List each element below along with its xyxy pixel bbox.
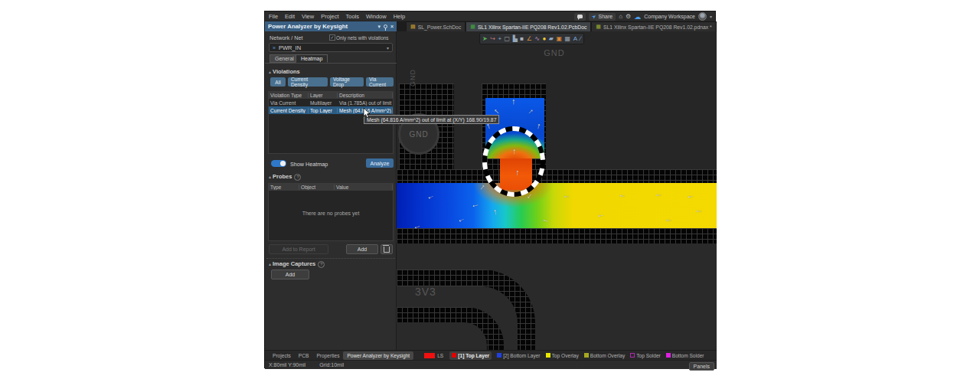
top-solder-color-icon	[630, 353, 635, 358]
menu-tools[interactable]: Tools	[346, 13, 360, 20]
current-arrows-layer: ↑↑↑↑↑↑↑↑↑↑↑↑↑↑↑↑↑↑↑↑↑↑	[397, 31, 717, 350]
image-capture-add-button[interactable]: Add	[271, 270, 309, 279]
bottom-solder-color-icon	[666, 353, 671, 358]
bottom-tab-projects[interactable]: Projects	[269, 353, 295, 358]
panel-close-icon[interactable]: ×	[390, 24, 394, 29]
only-nets-label: Only nets with violations	[336, 35, 389, 41]
current-flow-arrow: ↑	[512, 147, 517, 155]
panel-title: Power Analyzer by Keysight	[268, 23, 348, 30]
doc-tab-schdoc[interactable]: ▤ SL_Power.SchDoc	[406, 21, 466, 31]
current-flow-arrow: ↑	[426, 194, 434, 201]
menu-view[interactable]: View	[302, 13, 314, 20]
menu-bar: File Edit View Project Tools Window Help…	[265, 11, 715, 21]
bottom-tab-pcb[interactable]: PCB	[295, 353, 313, 358]
grid-setting: Grid:10mil	[319, 362, 344, 368]
layer-chip-bottom-overlay[interactable]: Bottom Overlay	[584, 353, 625, 358]
net-selector-dropdown[interactable]: » PWR_IN ▾	[269, 43, 393, 52]
workspace-cloud-icon: ☁	[634, 13, 641, 21]
dropdown-caret-icon: ▾	[387, 45, 389, 51]
bottom-tab-properties[interactable]: Properties	[312, 353, 343, 358]
probes-table-header: Type Object Value	[269, 184, 393, 191]
layer-chip-bottom-layer[interactable]: [2] Bottom Layer	[497, 353, 540, 358]
bottom-overlay-color-icon	[584, 353, 589, 358]
filter-all-button[interactable]: All	[270, 77, 286, 87]
current-flow-arrow: ↑	[479, 182, 487, 191]
probe-add-button[interactable]: Add	[346, 244, 378, 254]
analyze-button[interactable]: Analyze	[366, 158, 394, 168]
filter-via-current-button[interactable]: Via Current	[366, 77, 394, 87]
violations-section-title: Violations	[273, 68, 300, 75]
violation-row-via-current[interactable]: Via Current Multilayer Via (1.785A) out …	[269, 99, 393, 106]
schematic-doc-icon: ▤	[410, 24, 416, 30]
layer-set-label[interactable]: LS	[437, 353, 443, 358]
document-tab-bar: ▤ SL_Power.SchDoc ▦ SL1 Xilinx Spartan-I…	[397, 21, 717, 31]
violation-row-current-density[interactable]: Current Density Top Layer Mesh (64.816 A…	[269, 106, 393, 114]
trash-icon	[384, 247, 390, 253]
user-menu-caret-icon[interactable]: ▾	[710, 14, 712, 19]
current-flow-arrow: ↑	[511, 97, 516, 105]
layer-chip-top-overlay[interactable]: Top Overlay	[546, 353, 579, 358]
mouse-cursor	[363, 108, 372, 119]
bottom-tab-power-analyzer[interactable]: Power Analyzer by Keysight	[343, 351, 413, 360]
doc-tab-pcbdoc[interactable]: ▦ SL1 Xilinx Spartan-IIE PQ208 Rev1.02.P…	[466, 21, 591, 31]
image-captures-section-title: Image Captures	[273, 260, 315, 267]
tab-heatmap[interactable]: Heatmap	[296, 54, 328, 63]
current-flow-arrow: ↑	[541, 217, 549, 224]
current-flow-arrow: ↑	[694, 209, 702, 214]
show-heatmap-label: Show Heatmap	[290, 161, 328, 168]
current-flow-arrow: ↑	[596, 213, 604, 218]
layer-chip-bottom-solder[interactable]: Bottom Solder	[666, 353, 704, 358]
menu-help[interactable]: Help	[394, 13, 405, 20]
probes-help-icon[interactable]: ?	[294, 174, 301, 181]
only-nets-checkbox[interactable]: ✓	[329, 34, 335, 41]
net-icon: »	[273, 45, 276, 51]
filter-current-density-button[interactable]: Current Density	[288, 77, 328, 87]
net-value: PWR_IN	[279, 44, 301, 51]
current-flow-arrow: ↑	[492, 107, 500, 116]
layer-chip-top-layer[interactable]: [1] Top Layer	[449, 351, 492, 360]
probes-table: Type Object Value There are no probes ye…	[268, 183, 394, 241]
share-button[interactable]: ➤ Share	[589, 13, 616, 21]
workspace-label[interactable]: Company Workspace	[644, 14, 695, 19]
add-to-report-button[interactable]: Add to Report	[269, 244, 328, 254]
home-icon[interactable]: ⌂	[619, 13, 622, 20]
image-captures-collapse-icon[interactable]: ▴	[269, 262, 271, 266]
status-bar: X:80mil Y:90mil Grid:10mil Panels	[265, 360, 717, 369]
panel-pin-icon[interactable]	[384, 25, 387, 28]
violation-tooltip: Mesh (64.816 A/mm^2) out of limit at (X/…	[364, 115, 499, 124]
settings-gear-icon[interactable]: ⚙	[626, 13, 631, 20]
violations-collapse-icon[interactable]: ▴	[269, 70, 271, 74]
pcb-doc-icon: ▦	[470, 24, 475, 30]
top-layer-color-icon	[452, 353, 456, 358]
pcb-canvas[interactable]: GND ↑↑↑↑↑↑↑↑↑↑↑↑↑↑↑↑↑↑↑↑↑↑ 3V3 GND GND ➤…	[397, 31, 717, 350]
probe-delete-button[interactable]	[381, 244, 393, 254]
user-avatar[interactable]	[698, 12, 707, 21]
pdn-doc-icon: ▦	[596, 24, 601, 30]
current-flow-arrow: ↑	[686, 194, 694, 199]
menu-edit[interactable]: Edit	[285, 13, 295, 20]
current-flow-arrow: ↑	[654, 193, 662, 198]
panels-button[interactable]: Panels	[689, 362, 714, 371]
tab-divider	[265, 63, 397, 64]
current-flow-arrow: ↑	[412, 224, 420, 231]
comments-button[interactable]	[574, 13, 586, 21]
layer-chip-top-solder[interactable]: Top Solder	[630, 353, 661, 358]
image-captures-help-icon[interactable]: ?	[318, 261, 325, 268]
panel-options-caret-icon[interactable]: ▾	[377, 24, 381, 30]
panel-header: Power Analyzer by Keysight ▾ ×	[265, 21, 397, 31]
menu-window[interactable]: Window	[366, 13, 387, 20]
menu-file[interactable]: File	[269, 13, 278, 20]
doc-tab-pdna[interactable]: ▦ SL1 Xilinx Spartan-IIE PQ208 Rev1.02.p…	[591, 21, 716, 31]
current-flow-arrow: ↑	[618, 194, 626, 198]
current-flow-arrow: ↑	[562, 194, 570, 199]
probes-collapse-icon[interactable]: ▴	[269, 175, 271, 179]
altium-window: File Edit View Project Tools Window Help…	[264, 11, 716, 368]
menu-project[interactable]: Project	[321, 13, 338, 20]
layer-set-swatch[interactable]	[424, 353, 435, 358]
cursor-coordinates: X:80mil Y:90mil	[269, 362, 305, 368]
share-arrow-icon: ➤	[590, 13, 597, 21]
violations-table-header: Violation Type Layer Description	[269, 92, 393, 99]
filter-voltage-drop-button[interactable]: Voltage Drop	[330, 77, 364, 87]
show-heatmap-toggle[interactable]	[271, 160, 286, 167]
current-flow-arrow: ↑	[515, 168, 520, 176]
